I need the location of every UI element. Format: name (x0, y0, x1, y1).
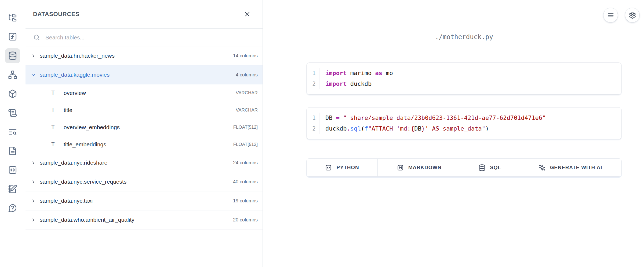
chevron-right-icon (31, 161, 36, 165)
column-row[interactable]: TtitleVARCHAR (26, 102, 263, 119)
text-search-icon (8, 127, 17, 136)
scratchpad-icon (8, 184, 17, 194)
table-column-count: 14 columns (233, 53, 258, 59)
sidebar-button-dependency-graph-icon[interactable] (5, 67, 20, 82)
column-row[interactable]: ToverviewVARCHAR (26, 84, 263, 102)
add-cell-button-label: GENERATE WITH AI (550, 165, 602, 170)
chevron-right-icon (31, 199, 36, 203)
table-column-count: 40 columns (233, 179, 258, 185)
activity-sidebar (0, 0, 25, 267)
sidebar-button-scroll-logs-icon[interactable] (5, 105, 20, 120)
table-column-count: 20 columns (233, 217, 258, 223)
column-name: overview_embeddings (64, 124, 120, 131)
table-name: sample_data.nyc.taxi (40, 198, 93, 204)
search-icon (33, 34, 40, 41)
datasources-panel-header: DATASOURCES (26, 0, 263, 29)
column-name: title_embeddings (64, 141, 106, 148)
close-panel-button[interactable] (243, 10, 252, 19)
table-columns-group: ToverviewVARCHARTtitleVARCHARToverview_e… (26, 84, 263, 153)
line-numbers: 1 2 (307, 113, 319, 134)
datasources-database-icon (8, 51, 17, 60)
notebook-area: ./motherduck.py 1 2import marimo as mo i… (263, 0, 644, 267)
code-snippet-icon (8, 165, 17, 175)
code-cell[interactable]: 1 2DB = "_share/sample_data/23b0d623-136… (306, 107, 622, 139)
sidebar-button-code-snippet-icon[interactable] (5, 162, 20, 177)
function-square-icon (8, 32, 17, 41)
table-list: sample_data.hn.hacker_news14 columnssamp… (26, 46, 263, 229)
text-type-icon: T (51, 107, 58, 113)
table-column-count: 24 columns (233, 160, 258, 166)
settings-button[interactable] (625, 8, 640, 23)
database-icon (478, 164, 486, 171)
table-search-bar (26, 29, 263, 46)
table-row[interactable]: sample_data.kaggle.movies4 columns (26, 65, 263, 84)
search-tables-input[interactable] (45, 34, 255, 41)
scroll-logs-icon (8, 108, 17, 117)
text-type-icon: T (51, 90, 58, 96)
file-tree-icon (8, 13, 17, 22)
chevron-right-icon (31, 161, 36, 165)
text-type-icon: T (51, 124, 58, 131)
table-name: sample_data.who.ambient_air_quality (40, 217, 134, 223)
column-type: FLOAT[512] (233, 142, 258, 147)
table-name: sample_data.hn.hacker_news (40, 53, 115, 59)
sidebar-button-function-square-icon[interactable] (5, 29, 20, 44)
sidebar-button-file-tree-icon[interactable] (5, 10, 20, 25)
column-type: FLOAT[512] (233, 125, 258, 130)
table-name: sample_data.nyc.service_requests (40, 179, 126, 185)
code-editor[interactable]: import marimo as mo import duckdb (319, 68, 393, 89)
sidebar-button-document-icon[interactable] (5, 143, 20, 158)
table-name: sample_data.nyc.rideshare (40, 160, 107, 166)
table-row[interactable]: sample_data.who.ambient_air_quality20 co… (26, 210, 263, 229)
package-icon (8, 89, 17, 98)
add-cell-button-label: MARKDOWN (408, 165, 442, 170)
column-name: overview (64, 90, 86, 96)
add-cell-button-sql[interactable]: SQL (461, 159, 519, 176)
gear-icon (629, 12, 636, 19)
table-row[interactable]: sample_data.nyc.taxi19 columns (26, 191, 263, 210)
chevron-right-icon (31, 54, 36, 58)
column-name: title (64, 107, 72, 113)
close-icon (243, 10, 251, 18)
add-cell-button-label: PYTHON (336, 165, 359, 170)
column-row[interactable]: Toverview_embeddingsFLOAT[512] (26, 119, 263, 136)
markdown-icon (397, 164, 404, 171)
panel-title: DATASOURCES (33, 11, 79, 18)
chevron-right-icon (31, 199, 36, 203)
sidebar-button-package-icon[interactable] (5, 86, 20, 101)
add-cell-button-label: SQL (490, 165, 501, 170)
chevron-right-icon (31, 180, 36, 184)
help-icon (8, 203, 17, 213)
table-column-count: 4 columns (236, 72, 258, 78)
line-numbers: 1 2 (307, 68, 319, 89)
column-row[interactable]: Ttitle_embeddingsFLOAT[512] (26, 136, 263, 153)
add-cell-button-markdown[interactable]: MARKDOWN (378, 159, 461, 176)
table-row[interactable]: sample_data.hn.hacker_news14 columns (26, 46, 263, 65)
document-icon (8, 146, 17, 155)
add-cell-button-python[interactable]: PYTHON (307, 159, 378, 176)
sidebar-button-datasources-database-icon[interactable] (5, 48, 20, 63)
table-column-count: 19 columns (233, 198, 258, 204)
chevron-right-icon (31, 218, 36, 222)
code-editor[interactable]: DB = "_share/sample_data/23b0d623-1361-4… (319, 113, 546, 134)
sidebar-button-text-search-icon[interactable] (5, 124, 20, 139)
text-type-icon: T (51, 141, 58, 148)
column-type: VARCHAR (236, 90, 258, 96)
code-cell[interactable]: 1 2import marimo as mo import duckdb (306, 62, 622, 95)
chevron-down-icon (31, 73, 36, 77)
sidebar-button-help-icon[interactable] (5, 201, 20, 216)
table-row[interactable]: sample_data.nyc.rideshare24 columns (26, 153, 263, 172)
add-cell-button-generate-with-ai[interactable]: GENERATE WITH AI (519, 159, 621, 176)
table-row[interactable]: sample_data.nyc.service_requests40 colum… (26, 172, 263, 191)
table-name: sample_data.kaggle.movies (40, 72, 110, 78)
column-type: VARCHAR (236, 107, 258, 113)
datasources-panel: DATASOURCES sample_data.hn.hacker_news14… (26, 0, 263, 267)
chevron-right-icon (31, 180, 36, 184)
sparkles-icon (539, 164, 546, 171)
chevron-right-icon (31, 54, 36, 58)
notebook-content: ./motherduck.py 1 2import marimo as mo i… (306, 0, 622, 267)
dependency-graph-icon (8, 70, 17, 79)
chevron-down-icon (31, 73, 36, 77)
add-cell-bar: PYTHONMARKDOWNSQLGENERATE WITH AI (306, 158, 622, 177)
sidebar-button-scratchpad-icon[interactable] (5, 181, 20, 196)
